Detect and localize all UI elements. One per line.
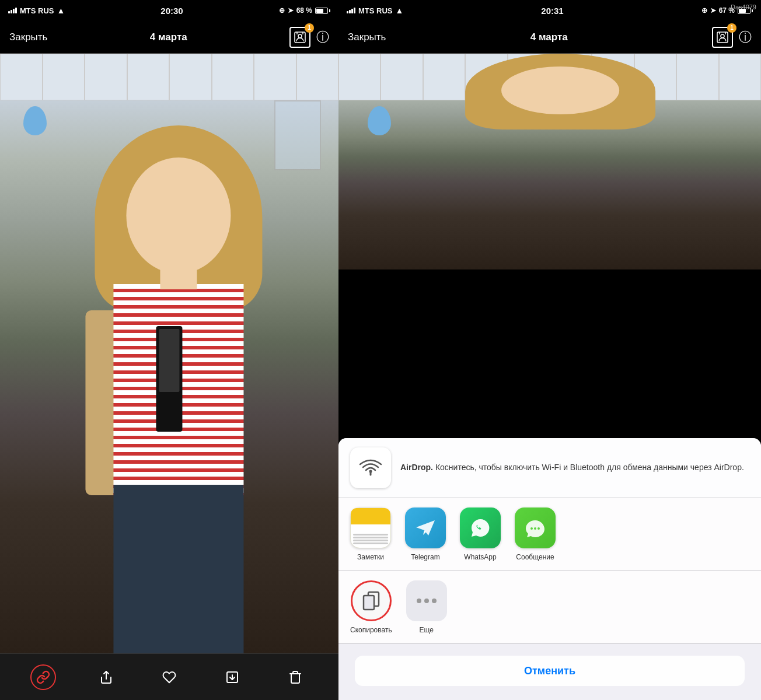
cancel-button[interactable]: Отменить <box>355 656 745 686</box>
rbar1 <box>347 11 348 13</box>
left-photo-area <box>0 54 338 653</box>
svg-rect-16 <box>364 596 374 610</box>
link-button[interactable] <box>30 664 56 690</box>
notes-icon <box>350 508 391 548</box>
left-wifi-icon: ▲ <box>57 6 65 15</box>
action-item-copy[interactable]: Скопировать <box>350 580 392 634</box>
svg-point-17 <box>417 598 421 603</box>
left-nav-title: 4 марта <box>150 32 187 43</box>
left-info-icon[interactable]: ⓘ <box>316 29 329 46</box>
rbar3 <box>351 9 353 13</box>
svg-point-1 <box>298 34 302 38</box>
heart-button[interactable] <box>156 664 182 690</box>
phone-screen <box>159 329 180 393</box>
right-gps-icon: ➤ <box>710 6 716 15</box>
right-time: 20:31 <box>541 6 563 16</box>
left-battery-tip <box>329 9 330 12</box>
copy-icon-box <box>351 580 392 621</box>
download-button[interactable] <box>219 664 245 690</box>
app-item-messages[interactable]: Сообщение <box>515 508 556 561</box>
notes-label: Заметки <box>357 553 384 561</box>
action-item-more[interactable]: Еще <box>406 580 447 634</box>
window-bg <box>274 100 321 170</box>
more-label: Еще <box>419 626 433 634</box>
airdrop-icon <box>350 447 391 488</box>
tile <box>296 54 339 100</box>
notes-lines <box>353 533 388 545</box>
rtile <box>676 54 718 100</box>
right-close-button[interactable]: Закрыть <box>348 32 386 43</box>
left-nav-bar: Закрыть 4 марта 1 ⓘ <box>0 21 338 54</box>
svg-point-12 <box>530 527 533 530</box>
left-status-right: ⊕ ➤ 68 % <box>279 6 330 15</box>
rtile <box>380 54 423 100</box>
left-gps-icon: ➤ <box>288 6 294 15</box>
notes-line <box>353 540 388 541</box>
app-item-whatsapp[interactable]: WhatsApp <box>460 508 501 561</box>
airdrop-section[interactable]: AirDrop. Коснитесь, чтобы включить Wi-Fi… <box>338 438 761 498</box>
tile <box>254 54 296 100</box>
right-panel: Das4079 MTS RUS ▲ 20:31 ⊕ ➤ 67 % <box>338 0 761 700</box>
more-icon-box <box>406 580 447 621</box>
airdrop-description: AirDrop. Коснитесь, чтобы включить Wi-Fi… <box>400 462 744 474</box>
right-wifi-icon: ▲ <box>396 6 404 15</box>
left-badge: 1 <box>305 23 314 33</box>
jeans <box>113 485 243 653</box>
left-nav-right: 1 ⓘ <box>289 27 329 48</box>
trash-button[interactable] <box>282 664 308 690</box>
rtile <box>338 54 380 100</box>
left-battery <box>315 8 330 14</box>
left-close-button[interactable]: Закрыть <box>9 32 47 43</box>
left-status-left: MTS RUS ▲ <box>8 6 65 15</box>
whatsapp-label: WhatsApp <box>464 553 496 561</box>
left-carrier: MTS RUS <box>20 6 54 15</box>
left-photo-sim <box>0 54 338 653</box>
left-status-bar: MTS RUS ▲ 20:30 ⊕ ➤ 68 % <box>0 0 338 21</box>
svg-point-8 <box>721 34 724 38</box>
copy-label: Скопировать <box>350 626 392 634</box>
rbar4 <box>354 8 355 13</box>
right-badge: 1 <box>727 23 736 33</box>
right-info-icon[interactable]: ⓘ <box>739 29 752 46</box>
tile <box>85 54 127 100</box>
bar1 <box>8 11 10 13</box>
right-carrier: MTS RUS <box>358 6 393 15</box>
right-status-bar: MTS RUS ▲ 20:31 ⊕ ➤ 67 % <box>338 0 761 21</box>
bar2 <box>11 10 12 13</box>
ceiling-grid <box>0 54 338 100</box>
left-battery-percent: 68 % <box>296 6 312 15</box>
cancel-label: Отменить <box>524 665 575 677</box>
app-item-notes[interactable]: Заметки <box>350 508 391 561</box>
svg-point-11 <box>369 470 372 473</box>
left-panel: MTS RUS ▲ 20:30 ⊕ ➤ 68 % Закрыть 4 марта <box>0 0 338 700</box>
telegram-icon <box>405 508 446 548</box>
face <box>127 158 231 274</box>
apps-section: Заметки Telegram <box>338 498 761 570</box>
right-status-left: MTS RUS ▲ <box>347 6 403 15</box>
right-status-right: ⊕ ➤ 67 % <box>701 6 753 15</box>
left-face-icon-container[interactable]: 1 <box>289 27 310 48</box>
right-face-icon-container[interactable]: 1 <box>712 27 733 48</box>
svg-point-13 <box>534 527 536 530</box>
share-button[interactable] <box>93 664 119 690</box>
bar3 <box>13 9 15 13</box>
tile <box>169 54 212 100</box>
right-location-icon: ⊕ <box>701 6 707 15</box>
right-nav-right: 1 ⓘ <box>712 27 752 48</box>
signal-bars-left <box>8 8 17 13</box>
telegram-label: Telegram <box>411 553 439 561</box>
tile <box>43 54 85 100</box>
airdrop-desc-text: Коснитесь, чтобы включить Wi-Fi и Blueto… <box>435 463 744 472</box>
messages-label: Сообщение <box>516 553 554 561</box>
right-battery-body <box>738 8 750 14</box>
left-time: 20:30 <box>160 6 183 16</box>
svg-point-19 <box>432 598 437 603</box>
phone <box>156 326 183 432</box>
right-nav-title: 4 марта <box>530 32 568 43</box>
right-person <box>455 54 666 270</box>
right-photo-area <box>338 54 761 270</box>
app-item-telegram[interactable]: Telegram <box>405 508 446 561</box>
ceiling <box>0 54 338 100</box>
tile <box>0 54 43 100</box>
share-sheet: AirDrop. Коснитесь, чтобы включить Wi-Fi… <box>338 438 761 700</box>
